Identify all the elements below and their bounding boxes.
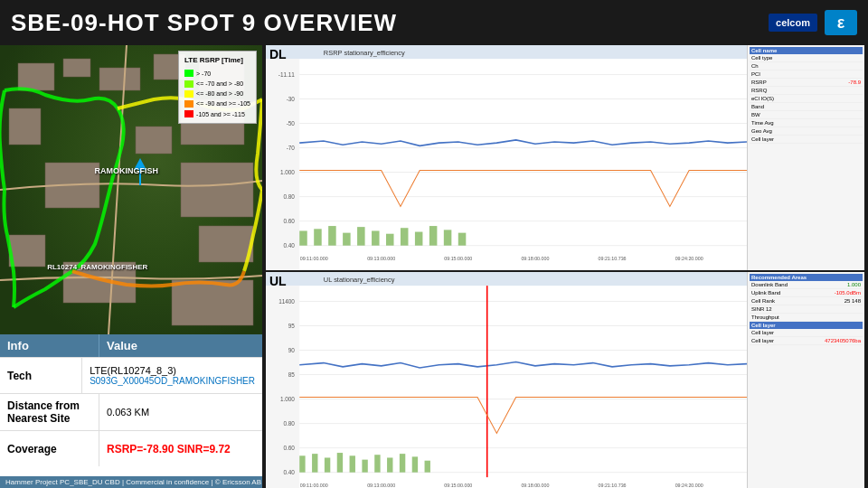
ul-sidebar-cell-title: Cell layer — [750, 322, 863, 329]
dl-sidebar-row-11: Cell layer — [750, 136, 863, 144]
svg-text:09:11:00.000: 09:11:00.000 — [300, 256, 328, 261]
dl-sidebar-row-10: Geo Avg — [750, 127, 863, 136]
ul-sidebar-row-4: SINR 12 — [750, 305, 863, 314]
svg-text:0.80: 0.80 — [284, 193, 296, 200]
legend-item-2: <= -70 and > -80 — [184, 79, 250, 89]
cell-distance-value: 0.063 KM — [99, 394, 262, 430]
table-row-coverage: Coverage RSRP=-78.90 SINR=9.72 — [0, 430, 262, 466]
footer: Hammer Project PC_SBE_DU CBD | Commercia… — [0, 476, 262, 488]
svg-text:0.60: 0.60 — [284, 444, 296, 450]
dl-sidebar-row-5: RSRQ — [750, 87, 863, 95]
dl-sidebar-title: Cell name — [750, 47, 863, 54]
svg-text:0.60: 0.60 — [284, 218, 296, 224]
svg-text:0.80: 0.80 — [284, 419, 296, 426]
svg-rect-42 — [386, 234, 394, 246]
ul-sidebar-row-1: Downlink Band1.000 — [750, 281, 863, 289]
svg-rect-82 — [387, 457, 392, 472]
svg-text:-30: -30 — [287, 96, 296, 102]
svg-text:-70: -70 — [287, 145, 296, 151]
svg-rect-5 — [9, 108, 41, 145]
legend-item-4: <= -90 and >= -105 — [184, 99, 250, 108]
svg-rect-75 — [299, 455, 305, 472]
svg-text:09:18:00.000: 09:18:00.000 — [521, 256, 549, 261]
ul-sidebar-row-3: Cell Rank25 148 — [750, 297, 863, 305]
ul-chart-section: UL UL stationary_efficiency — [266, 272, 864, 488]
dl-sidebar-row-3: PCI — [750, 70, 863, 79]
cell-distance-label: Distance from Nearest Site — [0, 394, 99, 430]
svg-rect-38 — [328, 226, 336, 246]
ul-label: UL — [269, 274, 287, 288]
svg-rect-43 — [401, 228, 409, 245]
dl-label: DL — [269, 47, 287, 61]
table-row-distance: Distance from Nearest Site 0.063 KM — [0, 393, 262, 430]
svg-rect-81 — [374, 455, 380, 472]
dl-sidebar-row-6: eCl IO(S) — [750, 95, 863, 103]
svg-text:09:13:00.000: 09:13:00.000 — [367, 256, 395, 261]
dl-chart-sidebar: Cell name Cell type Ch PCI RSRP-78.9 RSR… — [747, 45, 864, 270]
svg-rect-36 — [299, 230, 307, 245]
cell-coverage-value: RSRP=-78.90 SINR=9.72 — [99, 431, 262, 466]
main-content: LTE RSRP [Time] > -70 <= -70 and > -80 <… — [0, 45, 868, 488]
site-label-main: RAMOKINGFISH — [94, 166, 158, 175]
svg-text:11400: 11400 — [278, 297, 295, 304]
info-table: Info Value Tech LTE(RL10274_8_3) S093G_X… — [0, 334, 262, 488]
svg-rect-16 — [266, 45, 747, 270]
dl-sidebar-row-8: BW — [750, 111, 863, 119]
svg-text:0.40: 0.40 — [284, 469, 296, 475]
svg-text:09:13:00.000: 09:13:00.000 — [367, 483, 395, 488]
cell-coverage-label: Coverage — [0, 431, 99, 466]
svg-rect-19 — [266, 59, 299, 270]
svg-rect-84 — [412, 456, 418, 472]
svg-rect-80 — [362, 459, 367, 472]
dl-chart-section: DL RSRP stationary_efficiency — [266, 45, 864, 270]
table-header: Info Value — [0, 334, 262, 357]
svg-text:09:11:00.000: 09:11:00.000 — [300, 483, 328, 488]
legend-item-3: <= -80 and > -90 — [184, 89, 250, 99]
svg-text:09:21:10.736: 09:21:10.736 — [599, 256, 627, 261]
svg-rect-1 — [63, 59, 90, 77]
svg-rect-13 — [172, 280, 253, 325]
dl-chart-main: RSRP stationary_efficiency -11.11 -30 — [266, 45, 747, 270]
ul-chart-sidebar: Recommended Areas Downlink Band1.000 Upl… — [747, 272, 864, 488]
ericsson-logo: ε — [825, 10, 857, 35]
ul-chart-main: UL stationary_efficiency 11400 95 90 — [266, 272, 747, 488]
svg-text:UL stationary_efficiency: UL stationary_efficiency — [324, 275, 395, 283]
svg-rect-85 — [425, 460, 430, 472]
dl-chart-svg: RSRP stationary_efficiency -11.11 -30 — [266, 45, 747, 270]
svg-rect-83 — [400, 454, 405, 473]
svg-rect-78 — [337, 453, 343, 473]
ul-sidebar-row-2: Uplink Band-105.0dBm — [750, 289, 863, 297]
svg-rect-57 — [266, 286, 299, 488]
svg-rect-79 — [350, 455, 355, 472]
cell-tech-value: LTE(RL10274_8_3) S093G_X00045OD_RAMOKING… — [82, 358, 262, 393]
legend-color-3 — [184, 90, 193, 98]
ul-sidebar-row-7: Cell layer4723405076ba — [750, 337, 863, 345]
ul-sidebar-recommended-title: Recommended Areas — [750, 274, 863, 281]
ul-sidebar-row-5: Throughput — [750, 314, 863, 322]
header: SBE-09-HOT SPOT 9 OVERVIEW celcom ε — [0, 0, 868, 45]
svg-rect-39 — [343, 233, 351, 246]
dl-sidebar-row-4: RSRP-78.9 — [750, 79, 863, 87]
svg-rect-77 — [325, 457, 330, 472]
site-label-secondary: RL10274_RAMOKINGFISHER — [47, 263, 147, 271]
col-header-value: Value — [99, 334, 262, 357]
legend-title: LTE RSRP [Time] — [184, 55, 250, 67]
svg-rect-45 — [429, 226, 438, 246]
svg-rect-11 — [9, 235, 45, 267]
svg-text:09:21:10.736: 09:21:10.736 — [599, 483, 627, 488]
legend-color-1 — [184, 70, 193, 77]
celcom-logo: celcom — [769, 14, 817, 32]
svg-text:09:18:00.000: 09:18:00.000 — [521, 483, 549, 488]
svg-text:-50: -50 — [287, 120, 296, 127]
ul-chart-svg: UL stationary_efficiency 11400 95 90 — [266, 272, 747, 488]
svg-text:0.40: 0.40 — [284, 242, 296, 249]
svg-text:09:24:20.000: 09:24:20.000 — [675, 256, 703, 261]
svg-rect-2 — [99, 68, 140, 90]
ul-sidebar-row-6: Cell layer — [750, 329, 863, 337]
right-panel: DL RSRP stationary_efficiency — [262, 45, 868, 488]
svg-text:1.000: 1.000 — [280, 395, 295, 401]
svg-rect-9 — [181, 163, 253, 217]
svg-rect-41 — [372, 230, 380, 245]
cell-tech-label: Tech — [0, 358, 82, 393]
svg-text:09:15:00.000: 09:15:00.000 — [444, 256, 472, 261]
